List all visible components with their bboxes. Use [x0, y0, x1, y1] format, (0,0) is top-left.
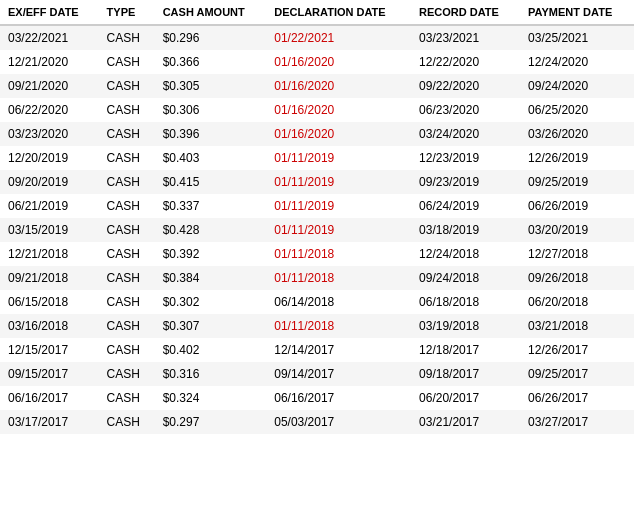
table-row: 12/21/2018CASH$0.39201/11/201812/24/2018…: [0, 242, 634, 266]
cash-amount: $0.396: [155, 122, 267, 146]
record-date: 06/20/2017: [411, 386, 520, 410]
table-row: 09/21/2020CASH$0.30501/16/202009/22/2020…: [0, 74, 634, 98]
record-date: 09/18/2017: [411, 362, 520, 386]
ex-eff-date: 12/21/2018: [0, 242, 99, 266]
payment-date: 09/25/2019: [520, 170, 634, 194]
payment-date: 06/26/2019: [520, 194, 634, 218]
record-date: 03/21/2017: [411, 410, 520, 434]
type: CASH: [99, 290, 155, 314]
type: CASH: [99, 314, 155, 338]
record-date: 06/23/2020: [411, 98, 520, 122]
ex-eff-date: 03/17/2017: [0, 410, 99, 434]
payment-date: 09/25/2017: [520, 362, 634, 386]
payment-date: 09/26/2018: [520, 266, 634, 290]
type: CASH: [99, 170, 155, 194]
payment-date: 03/26/2020: [520, 122, 634, 146]
record-date: 09/22/2020: [411, 74, 520, 98]
declaration-date: 01/22/2021: [266, 25, 411, 50]
type: CASH: [99, 98, 155, 122]
ex-eff-date: 12/20/2019: [0, 146, 99, 170]
record-date: 06/24/2019: [411, 194, 520, 218]
type: CASH: [99, 146, 155, 170]
cash-amount: $0.305: [155, 74, 267, 98]
table-row: 03/17/2017CASH$0.29705/03/201703/21/2017…: [0, 410, 634, 434]
cash-amount: $0.297: [155, 410, 267, 434]
table-row: 06/21/2019CASH$0.33701/11/201906/24/2019…: [0, 194, 634, 218]
ex-eff-date: 12/15/2017: [0, 338, 99, 362]
type: CASH: [99, 242, 155, 266]
record-date: 03/18/2019: [411, 218, 520, 242]
payment-date: 03/20/2019: [520, 218, 634, 242]
record-date: 03/19/2018: [411, 314, 520, 338]
declaration-date: 01/11/2018: [266, 314, 411, 338]
cash-amount: $0.296: [155, 25, 267, 50]
record-date: 03/24/2020: [411, 122, 520, 146]
payment-date: 09/24/2020: [520, 74, 634, 98]
table-row: 06/22/2020CASH$0.30601/16/202006/23/2020…: [0, 98, 634, 122]
cash-amount: $0.324: [155, 386, 267, 410]
cash-amount: $0.337: [155, 194, 267, 218]
type: CASH: [99, 74, 155, 98]
dividends-table: EX/EFF DATE TYPE CASH AMOUNT DECLARATION…: [0, 0, 634, 434]
table-row: 03/23/2020CASH$0.39601/16/202003/24/2020…: [0, 122, 634, 146]
payment-date: 03/27/2017: [520, 410, 634, 434]
record-date: 06/18/2018: [411, 290, 520, 314]
ex-eff-date: 06/16/2017: [0, 386, 99, 410]
header-record-date: RECORD DATE: [411, 0, 520, 25]
declaration-date: 01/16/2020: [266, 74, 411, 98]
declaration-date: 05/03/2017: [266, 410, 411, 434]
type: CASH: [99, 194, 155, 218]
header-cash-amount: CASH AMOUNT: [155, 0, 267, 25]
header-ex-eff-date: EX/EFF DATE: [0, 0, 99, 25]
table-row: 12/21/2020CASH$0.36601/16/202012/22/2020…: [0, 50, 634, 74]
cash-amount: $0.316: [155, 362, 267, 386]
ex-eff-date: 03/23/2020: [0, 122, 99, 146]
header-declaration-date: DECLARATION DATE: [266, 0, 411, 25]
declaration-date: 01/16/2020: [266, 122, 411, 146]
table-row: 03/15/2019CASH$0.42801/11/201903/18/2019…: [0, 218, 634, 242]
type: CASH: [99, 25, 155, 50]
ex-eff-date: 03/15/2019: [0, 218, 99, 242]
payment-date: 06/26/2017: [520, 386, 634, 410]
type: CASH: [99, 362, 155, 386]
type: CASH: [99, 338, 155, 362]
payment-date: 06/20/2018: [520, 290, 634, 314]
payment-date: 12/27/2018: [520, 242, 634, 266]
record-date: 12/18/2017: [411, 338, 520, 362]
table-row: 06/16/2017CASH$0.32406/16/201706/20/2017…: [0, 386, 634, 410]
cash-amount: $0.415: [155, 170, 267, 194]
type: CASH: [99, 410, 155, 434]
record-date: 03/23/2021: [411, 25, 520, 50]
declaration-date: 06/16/2017: [266, 386, 411, 410]
cash-amount: $0.403: [155, 146, 267, 170]
cash-amount: $0.428: [155, 218, 267, 242]
table-row: 06/15/2018CASH$0.30206/14/201806/18/2018…: [0, 290, 634, 314]
payment-date: 03/25/2021: [520, 25, 634, 50]
table-row: 12/20/2019CASH$0.40301/11/201912/23/2019…: [0, 146, 634, 170]
type: CASH: [99, 122, 155, 146]
declaration-date: 01/11/2019: [266, 218, 411, 242]
cash-amount: $0.307: [155, 314, 267, 338]
declaration-date: 01/11/2018: [266, 266, 411, 290]
payment-date: 12/26/2019: [520, 146, 634, 170]
ex-eff-date: 03/16/2018: [0, 314, 99, 338]
ex-eff-date: 06/15/2018: [0, 290, 99, 314]
record-date: 09/23/2019: [411, 170, 520, 194]
declaration-date: 01/11/2019: [266, 194, 411, 218]
ex-eff-date: 09/20/2019: [0, 170, 99, 194]
ex-eff-date: 09/15/2017: [0, 362, 99, 386]
declaration-date: 01/11/2019: [266, 170, 411, 194]
type: CASH: [99, 218, 155, 242]
declaration-date: 01/11/2019: [266, 146, 411, 170]
record-date: 12/23/2019: [411, 146, 520, 170]
table-row: 09/15/2017CASH$0.31609/14/201709/18/2017…: [0, 362, 634, 386]
table-row: 12/15/2017CASH$0.40212/14/201712/18/2017…: [0, 338, 634, 362]
payment-date: 12/26/2017: [520, 338, 634, 362]
header-type: TYPE: [99, 0, 155, 25]
ex-eff-date: 06/22/2020: [0, 98, 99, 122]
ex-eff-date: 09/21/2020: [0, 74, 99, 98]
cash-amount: $0.402: [155, 338, 267, 362]
table-row: 09/20/2019CASH$0.41501/11/201909/23/2019…: [0, 170, 634, 194]
header-payment-date: PAYMENT DATE: [520, 0, 634, 25]
cash-amount: $0.366: [155, 50, 267, 74]
